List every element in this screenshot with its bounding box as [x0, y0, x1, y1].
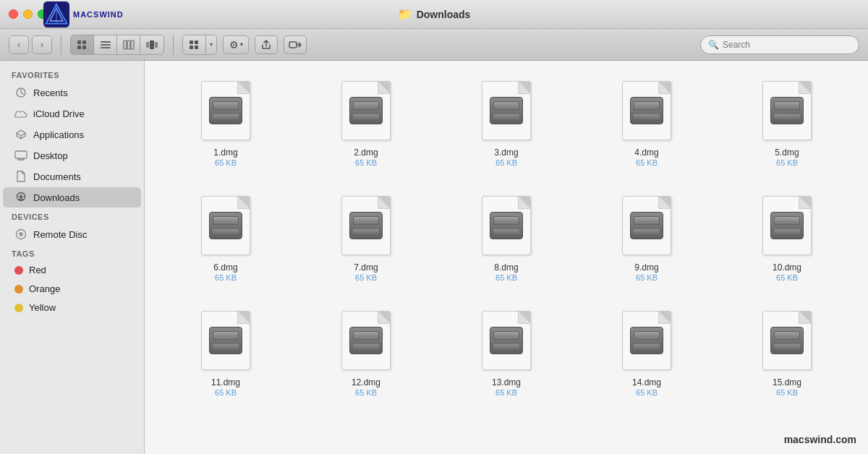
file-size: 65 KB	[215, 273, 237, 282]
sidebar-item-icloud[interactable]: iCloud Drive	[3, 103, 141, 124]
file-item[interactable]: 5.dmg 65 KB	[720, 72, 854, 173]
window-controls	[9, 9, 47, 19]
file-name: 9.dmg	[634, 262, 658, 273]
file-name: 11.dmg	[211, 377, 240, 387]
file-name: 8.dmg	[494, 262, 518, 273]
file-icon-wrapper	[618, 78, 676, 143]
title-bar: MACSWIND 📁 Downloads	[0, 0, 868, 29]
file-name: 6.dmg	[213, 262, 237, 273]
sidebar-item-downloads[interactable]: Downloads	[3, 187, 141, 207]
file-size: 65 KB	[495, 273, 517, 282]
icloud-icon	[14, 107, 27, 120]
file-icon-wrapper	[337, 308, 395, 373]
sidebar-item-desktop[interactable]: Desktop	[3, 145, 141, 166]
sidebar-item-label: Desktop	[33, 150, 68, 161]
svg-rect-15	[150, 40, 154, 49]
sidebar-item-label: iCloud Drive	[33, 108, 85, 119]
sidebar-item-label: Orange	[29, 283, 60, 294]
svg-rect-14	[146, 42, 149, 48]
search-input[interactable]	[723, 40, 851, 50]
logo-text: MACSWIND	[73, 10, 124, 19]
svg-point-30	[20, 234, 22, 235]
file-item[interactable]: 13.dmg 65 KB	[440, 302, 573, 403]
connect-button[interactable]	[284, 35, 307, 54]
sidebar-item-label: Yellow	[29, 302, 56, 313]
separator-1	[61, 35, 61, 55]
file-name: 5.dmg	[775, 147, 799, 158]
doc-page-icon	[482, 196, 531, 255]
doc-page-icon	[201, 311, 250, 370]
file-item[interactable]: 2.dmg 65 KB	[299, 72, 433, 173]
file-size: 65 KB	[355, 388, 377, 397]
file-name: 12.dmg	[352, 377, 380, 387]
favorites-section-title: Favorites	[0, 67, 144, 82]
action-button[interactable]: ⚙ ▾	[223, 35, 249, 54]
tag-orange-dot	[14, 285, 23, 294]
documents-icon	[14, 170, 27, 183]
file-size: 65 KB	[636, 273, 658, 282]
group-button[interactable]: ▾	[182, 35, 217, 55]
search-bar[interactable]: 🔍	[700, 35, 859, 54]
remote-disc-icon	[14, 228, 27, 241]
file-name: 2.dmg	[354, 147, 378, 158]
sidebar-item-label: Documents	[33, 171, 81, 182]
file-item[interactable]: 12.dmg 65 KB	[299, 302, 433, 403]
file-name: 1.dmg	[213, 147, 237, 158]
doc-page-icon	[341, 81, 391, 140]
file-item[interactable]: 3.dmg 65 KB	[440, 72, 573, 173]
close-button[interactable]	[9, 9, 18, 19]
list-view-icon	[100, 40, 111, 50]
sidebar-item-tag-red[interactable]: Red	[3, 261, 141, 279]
hdd-icon	[490, 327, 523, 354]
sidebar-item-applications[interactable]: Applications	[3, 124, 141, 145]
forward-button[interactable]: ›	[32, 35, 52, 54]
nav-buttons: ‹ ›	[9, 35, 52, 54]
file-size: 65 KB	[776, 273, 798, 282]
back-button[interactable]: ‹	[9, 35, 29, 54]
file-item[interactable]: 6.dmg 65 KB	[159, 187, 292, 288]
file-name: 7.dmg	[354, 262, 378, 273]
gear-icon: ⚙	[229, 39, 239, 51]
file-item[interactable]: 4.dmg 65 KB	[580, 72, 713, 173]
file-item[interactable]: 7.dmg 65 KB	[299, 187, 433, 288]
svg-rect-5	[82, 40, 86, 44]
doc-page-icon	[762, 311, 812, 370]
file-item[interactable]: 11.dmg 65 KB	[159, 302, 292, 403]
hdd-icon	[349, 97, 383, 124]
sidebar-item-tag-orange[interactable]: Orange	[3, 280, 141, 298]
hdd-icon	[630, 327, 663, 354]
svg-rect-12	[127, 40, 130, 49]
group-icon-btn[interactable]	[183, 35, 206, 54]
file-item[interactable]: 1.dmg 65 KB	[159, 72, 292, 173]
cover-flow-button[interactable]	[140, 35, 163, 54]
column-view-button[interactable]	[117, 35, 140, 54]
action-dropdown-arrow: ▾	[240, 41, 243, 48]
file-item[interactable]: 9.dmg 65 KB	[580, 187, 713, 288]
toolbar: ‹ ›	[0, 29, 868, 61]
list-view-button[interactable]	[94, 35, 117, 54]
doc-page-icon	[201, 81, 250, 140]
minimize-button[interactable]	[23, 9, 33, 19]
hdd-icon	[630, 212, 663, 239]
sidebar-item-label: Red	[29, 265, 46, 275]
share-button[interactable]	[255, 35, 278, 54]
sidebar-item-tag-yellow[interactable]: Yellow	[3, 299, 141, 317]
doc-page-icon	[341, 311, 391, 370]
file-item[interactable]: 8.dmg 65 KB	[440, 187, 573, 288]
sidebar-item-remote-disc[interactable]: Remote Disc	[3, 224, 141, 244]
file-item[interactable]: 10.dmg 65 KB	[720, 187, 854, 288]
tags-section-title: Tags	[0, 245, 144, 260]
file-size: 65 KB	[355, 273, 377, 282]
sidebar-item-label: Applications	[33, 129, 84, 140]
sidebar-item-recents[interactable]: Recents	[3, 82, 141, 103]
file-item[interactable]: 15.dmg 65 KB	[720, 302, 854, 403]
hdd-icon	[770, 212, 804, 239]
file-icon-wrapper	[197, 78, 255, 143]
doc-page-icon	[341, 196, 391, 255]
recents-icon	[14, 86, 27, 99]
file-icon-wrapper	[618, 308, 676, 373]
group-dropdown-arrow[interactable]: ▾	[206, 35, 216, 54]
sidebar-item-documents[interactable]: Documents	[3, 166, 141, 187]
file-item[interactable]: 14.dmg 65 KB	[580, 302, 713, 403]
icon-view-button[interactable]	[71, 35, 94, 54]
